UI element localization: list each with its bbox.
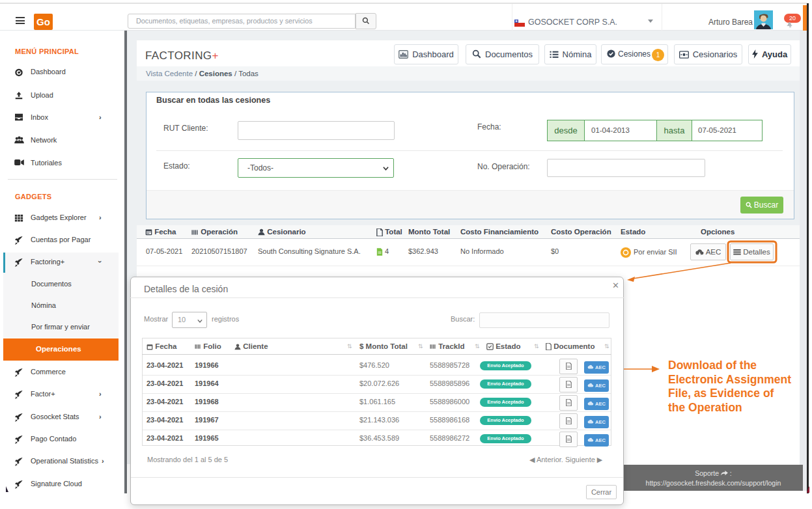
svg-text:★: ★ xyxy=(515,20,518,23)
